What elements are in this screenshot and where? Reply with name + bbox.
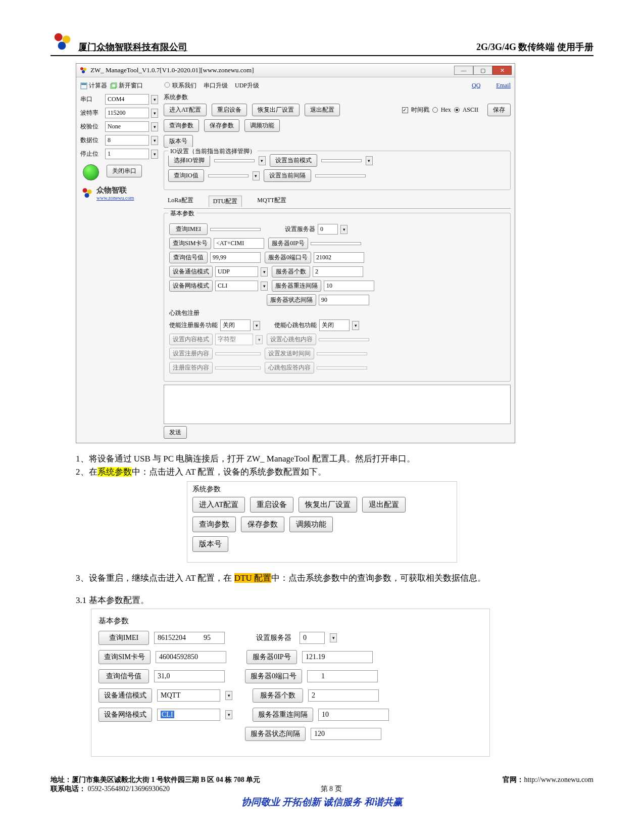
server-index-select[interactable]: 0 [318, 224, 338, 235]
reboot-button[interactable]: 重启设备 [212, 104, 247, 116]
server-reconnect-button[interactable]: 服务器重连间隔 [272, 280, 321, 292]
server-reconnect-input[interactable]: 10 [324, 281, 374, 291]
databits-select[interactable]: 8 [105, 135, 149, 146]
sim-input[interactable]: <AT+CIMI [214, 238, 264, 249]
comm-mode-button[interactable]: 设备通信模式 [169, 266, 213, 277]
server-port-value3[interactable]: 1 [307, 670, 378, 682]
maximize-button[interactable]: ▢ [473, 66, 492, 75]
contact-link[interactable]: 联系我们 [164, 81, 196, 90]
tab-mqtt[interactable]: MQTT配置 [253, 195, 290, 207]
new-window-link[interactable]: 新开窗口 [110, 81, 143, 90]
baud-select[interactable]: 115200 [105, 108, 149, 118]
sim-value3[interactable]: 46004592850 [156, 651, 226, 663]
signal-input[interactable]: 99,99 [210, 252, 261, 263]
restore-button2[interactable]: 恢复出厂设置 [299, 497, 357, 513]
chevron-down-icon[interactable]: ▾ [330, 633, 337, 642]
query-button2[interactable]: 查询参数 [192, 517, 236, 532]
enable-hb-select[interactable]: 关闭 [319, 319, 350, 331]
close-port-button[interactable]: 关闭串口 [107, 165, 142, 177]
chevron-down-icon[interactable]: ▾ [253, 171, 260, 180]
chevron-down-icon[interactable]: ▾ [151, 109, 158, 118]
server-count-button3[interactable]: 服务器个数 [253, 688, 303, 703]
server-ip-button3[interactable]: 服务器0IP号 [246, 650, 297, 664]
server-reconnect-value3[interactable]: 10 [318, 709, 389, 721]
stopbits-select[interactable]: 1 [105, 149, 149, 159]
chevron-down-icon[interactable]: ▾ [151, 122, 158, 131]
comm-mode-value3[interactable]: MQTT [157, 689, 220, 702]
chevron-down-icon[interactable]: ▾ [352, 321, 359, 330]
ascii-radio[interactable] [454, 107, 460, 113]
server-count-button[interactable]: 服务器个数 [272, 266, 310, 277]
signal-value3[interactable]: 31,0 [154, 670, 225, 682]
version-button2[interactable]: 版本号 [192, 536, 228, 552]
reboot-button2[interactable]: 重启设备 [250, 497, 293, 513]
chevron-down-icon[interactable]: ▾ [366, 156, 373, 165]
query-io-button[interactable]: 查询IO值 [168, 169, 204, 182]
comm-mode-select[interactable]: UDP [215, 266, 258, 277]
select-io-button[interactable]: 选择IO管脚 [168, 154, 210, 167]
net-mode-select[interactable]: CLI [215, 281, 258, 291]
server-ip-input[interactable] [311, 242, 361, 245]
freq-button[interactable]: 调频功能 [244, 119, 280, 132]
query-imei-button[interactable]: 查询IMEI [169, 223, 208, 235]
server-reconnect-button3[interactable]: 服务器重连间隔 [253, 708, 313, 722]
query-sim-button[interactable]: 查询SIM卡号 [169, 238, 211, 249]
calculator-link[interactable]: 计算器 [80, 81, 107, 90]
qq-link[interactable]: QQ [472, 82, 480, 89]
net-mode-value3[interactable]: CLI [157, 709, 220, 721]
chevron-down-icon[interactable]: ▾ [259, 156, 266, 165]
chevron-down-icon[interactable]: ▾ [151, 136, 158, 145]
server-index3[interactable]: 0 [300, 632, 325, 644]
freq-button2[interactable]: 调频功能 [289, 517, 333, 532]
minimize-button[interactable]: — [454, 66, 473, 75]
chevron-down-icon[interactable]: ▾ [340, 225, 348, 234]
save-params-button[interactable]: 保存参数 [204, 119, 239, 132]
email-link[interactable]: Email [496, 82, 511, 89]
send-textarea[interactable] [164, 385, 511, 424]
imei-value3[interactable]: 86152204 95 [154, 632, 225, 644]
server-status-button3[interactable]: 服务器状态间隔 [245, 727, 306, 741]
close-button[interactable]: ✕ [492, 66, 512, 75]
server-count-input[interactable]: 2 [313, 266, 363, 277]
server-status-input[interactable]: 90 [319, 295, 369, 305]
server-ip-value3[interactable]: 121.19 [302, 651, 373, 663]
brand-url-link[interactable]: www.zonewu.com [96, 195, 134, 201]
chevron-down-icon[interactable]: ▾ [261, 267, 268, 276]
chevron-down-icon[interactable]: ▾ [151, 150, 158, 159]
query-signal-button3[interactable]: 查询信号值 [98, 669, 149, 683]
server-port-button[interactable]: 服务器0端口号 [265, 252, 311, 263]
chevron-down-icon[interactable]: ▾ [261, 282, 268, 291]
server-status-button[interactable]: 服务器状态间隔 [267, 294, 316, 306]
server-port-input[interactable]: 21002 [314, 252, 364, 263]
udp-upgrade-link[interactable]: UDP升级 [235, 81, 259, 90]
io-pin-select[interactable] [214, 159, 255, 162]
query-imei-button3[interactable]: 查询IMEI [98, 631, 149, 645]
server-count-value3[interactable]: 2 [308, 689, 379, 702]
server-status-value3[interactable]: 120 [311, 728, 381, 740]
chevron-down-icon[interactable]: ▾ [225, 691, 232, 700]
set-gap-button[interactable]: 设置当前间隔 [264, 169, 311, 182]
restore-button[interactable]: 恢复出厂设置 [252, 104, 300, 116]
net-mode-button[interactable]: 设备网络模式 [169, 280, 213, 292]
save-log-button[interactable]: 保存 [487, 104, 511, 116]
port-select[interactable]: COM4 [105, 94, 149, 105]
version-button[interactable]: 版本号 [164, 135, 193, 148]
chevron-down-icon[interactable]: ▾ [151, 95, 158, 104]
comm-mode-button3[interactable]: 设备通信模式 [98, 688, 152, 703]
exit-config-button[interactable]: 退出配置 [305, 104, 340, 116]
chevron-down-icon[interactable]: ▾ [253, 321, 260, 330]
titlebar[interactable]: ZW_ ManageTool_V1.0.7[V1.0-2020.01][www.… [76, 64, 515, 77]
send-button[interactable]: 发送 [164, 426, 187, 439]
exit-button2[interactable]: 退出配置 [362, 497, 406, 513]
chevron-down-icon[interactable]: ▾ [225, 710, 232, 719]
io-value-select[interactable] [208, 174, 249, 177]
enter-at-button2[interactable]: 进入AT配置 [192, 497, 245, 513]
tab-dtu[interactable]: DTU配置 [209, 196, 242, 207]
io-gap-input[interactable] [315, 174, 366, 177]
tab-lora[interactable]: LoRa配置 [164, 195, 197, 207]
enter-at-button[interactable]: 进入AT配置 [164, 104, 207, 116]
save-button2[interactable]: 保存参数 [241, 517, 284, 532]
hex-radio[interactable] [432, 107, 438, 113]
net-mode-button3[interactable]: 设备网络模式 [98, 708, 152, 722]
parity-select[interactable]: None [105, 121, 149, 132]
